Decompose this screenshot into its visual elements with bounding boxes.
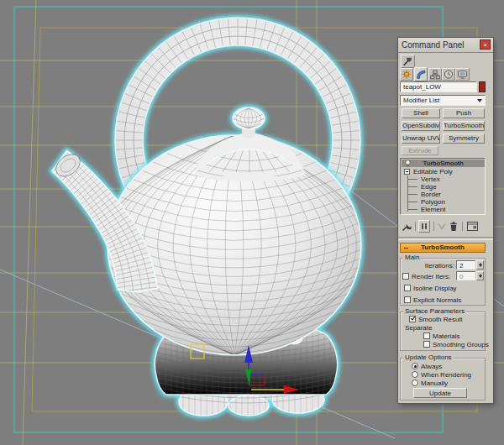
separate-label: Separate: [405, 324, 432, 332]
always-label: Always: [421, 363, 442, 370]
close-button[interactable]: ×: [480, 39, 491, 50]
group-update-label: Update Options: [403, 354, 454, 361]
render-iters-label: Render Iters:: [412, 273, 450, 280]
render-iters-input: 0: [456, 271, 475, 280]
render-iters-checkbox[interactable]: [402, 273, 409, 280]
chevron-down-icon: [477, 99, 482, 102]
tab-hierarchy[interactable]: [428, 68, 442, 81]
modifier-list-dropdown[interactable]: Modifier List: [400, 95, 486, 106]
materials-checkbox[interactable]: [423, 332, 430, 339]
stack-item-editable-poly[interactable]: Editable Poly: [402, 168, 485, 175]
stack-item-border[interactable]: Border: [402, 191, 485, 198]
tab-modify[interactable]: [414, 67, 428, 81]
modifier-stack[interactable]: TurboSmooth Editable Poly Vertex Edge Bo…: [400, 158, 486, 215]
titlebar[interactable]: Command Panel ×: [398, 38, 493, 53]
teapot-wireframe-model[interactable]: [52, 18, 368, 420]
modifier-button-shell[interactable]: Shell: [402, 108, 440, 118]
when-rendering-radio[interactable]: [412, 371, 418, 378]
stack-toolbar: [398, 219, 493, 233]
smoothing-groups-label: Smoothing Groups: [433, 341, 489, 348]
iterations-label: Iterations:: [407, 262, 454, 270]
display-monitor-icon: [456, 69, 469, 80]
motion-clock-icon: [443, 69, 454, 80]
materials-label: Materials: [433, 332, 459, 340]
smooth-result-checkbox[interactable]: [409, 316, 416, 322]
explicit-normals-label: Explicit Normals: [413, 296, 461, 304]
tab-create[interactable]: [400, 68, 413, 81]
collapse-minus-icon: [404, 248, 408, 249]
tab-utilities[interactable]: [401, 55, 415, 68]
stack-item-polygon[interactable]: Polygon: [402, 198, 485, 206]
smoothing-groups-checkbox[interactable]: [423, 341, 430, 348]
isoline-display-checkbox[interactable]: [404, 285, 411, 291]
modifier-button-opensubdiv[interactable]: OpenSubdiv: [402, 121, 440, 131]
show-end-result-icon[interactable]: [418, 220, 430, 233]
group-surface-label: Surface Parameters: [403, 308, 466, 315]
tab-display[interactable]: [455, 68, 470, 81]
update-button[interactable]: Update: [413, 388, 467, 398]
hammer-icon: [402, 55, 414, 67]
collapse-box-icon[interactable]: [404, 169, 410, 175]
when-rendering-label: When Rendering: [421, 371, 471, 379]
always-radio[interactable]: [412, 363, 418, 369]
explicit-normals-checkbox[interactable]: [404, 296, 411, 303]
object-color-swatch[interactable]: [479, 81, 486, 92]
modifier-button-push[interactable]: Push: [443, 108, 485, 118]
manually-label: Manually: [421, 380, 448, 387]
lightbulb-icon: [404, 160, 412, 167]
tab-motion[interactable]: [442, 68, 455, 81]
stack-item-edge[interactable]: Edge: [402, 183, 485, 191]
stack-item-element[interactable]: Element: [402, 206, 485, 213]
configure-modifier-sets-icon[interactable]: [466, 221, 479, 232]
make-unique-icon: [437, 222, 447, 231]
object-name-input[interactable]: teapot_LOW: [400, 81, 477, 92]
modifier-button-turbosmooth[interactable]: TurboSmooth: [443, 121, 485, 131]
stack-item-turbosmooth[interactable]: TurboSmooth: [402, 160, 485, 167]
render-iters-spinner[interactable]: [476, 271, 484, 280]
smooth-result-label: Smooth Result: [418, 316, 462, 323]
manually-radio[interactable]: [412, 380, 418, 386]
isoline-display-label: Isoline Display: [413, 285, 457, 292]
group-main-label: Main: [403, 254, 421, 261]
rollout-header-turbosmooth[interactable]: TurboSmooth: [400, 243, 486, 253]
stack-item-vertex[interactable]: Vertex: [402, 175, 485, 183]
extrude-button-disabled: Extrude: [402, 146, 438, 155]
iterations-input[interactable]: 2: [456, 260, 475, 270]
divider: [398, 237, 493, 240]
modifier-list-label: Modifier List: [403, 97, 439, 104]
modifier-button-symmetry[interactable]: Symmetry: [443, 134, 485, 144]
pin-stack-icon[interactable]: [402, 221, 413, 232]
modifier-button-unwrap-uvw[interactable]: Unwrap UVW: [402, 134, 440, 144]
modify-curve-icon: [415, 68, 427, 81]
remove-modifier-icon[interactable]: [449, 221, 459, 232]
command-panel: Command Panel ×: [398, 38, 493, 403]
create-sun-icon: [401, 69, 412, 80]
iterations-spinner[interactable]: [476, 260, 484, 270]
window-title: Command Panel: [402, 40, 464, 50]
hierarchy-boxes-icon: [429, 69, 441, 80]
